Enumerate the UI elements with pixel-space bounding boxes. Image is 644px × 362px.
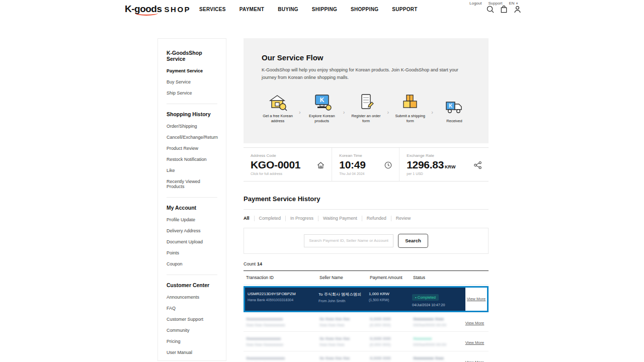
col-status: Status — [413, 275, 463, 280]
exchange-rate-sub: per 1 USD — [407, 172, 481, 175]
sidebar-item-document-upload[interactable]: Document Upload — [167, 236, 217, 247]
sidebar-item-cancel-exchange-return[interactable]: Cancell/Exchange/Return — [167, 132, 217, 143]
view-more-link[interactable]: View More — [465, 340, 485, 345]
sidebar-item-coupon[interactable]: Coupon — [167, 258, 217, 269]
sidebar-item-user-manual[interactable]: User Manual — [167, 347, 217, 358]
user-icon[interactable] — [513, 5, 522, 14]
cell-view-more: View More — [465, 288, 487, 311]
cell-amount: X,XXX XXX (X,XXX XXX) — [370, 317, 413, 327]
cell-transaction-id: Xxxxxxxxxxxxxxxxxxx Xxxx Xxxx Xxxxxxxxxx… — [246, 356, 319, 362]
view-more-link[interactable]: View More — [465, 321, 485, 325]
cell-status: Xxxxxxxxxx Xxxx XX/Xxx/XXXX XX:XX — [413, 317, 463, 327]
payment-amount-sub: (X,XXX XXX) — [370, 323, 413, 327]
sidebar-section-my-account: My Account — [167, 205, 217, 211]
sidebar-section-customer-center: Customer Center — [167, 282, 217, 288]
logo[interactable]: K-goods SHOP — [125, 4, 191, 15]
service-flow-title: Our Service Flow — [262, 53, 470, 62]
flow-step-label: Submit a shipping form — [394, 114, 426, 125]
sidebar-item-delivery-address[interactable]: Delivery Address — [167, 225, 217, 236]
table-row-highlighted[interactable]: USMR2213D9YSFOBPZM Hana Bank 40591003318… — [244, 286, 489, 312]
search-icon[interactable] — [486, 5, 495, 14]
col-transaction-id: Transaction ID — [246, 275, 319, 280]
status-badge: Xxxxxxxxxx Xxxx — [413, 356, 463, 360]
cell-seller: Xx Xxxx Xxx Xxx Xxxx Xxxx Xxxx — [319, 336, 370, 346]
nav-services[interactable]: SERVICES — [199, 7, 226, 12]
view-more-link[interactable]: View More — [465, 360, 485, 362]
tab-waiting-payment[interactable]: Waiting Payment — [318, 216, 362, 221]
search-input[interactable] — [304, 234, 393, 247]
nav-shipping[interactable]: SHIPPING — [312, 7, 337, 12]
flow-step-shipping-form: Submit a shipping form — [394, 91, 426, 125]
sidebar: K-GoodsShop Service Payment Service Buy … — [157, 38, 226, 361]
col-seller-name: Seller Name — [319, 275, 370, 280]
sidebar-item-buy-service[interactable]: Buy Service — [167, 76, 217, 87]
service-flow-panel: Our Service Flow K-GoodsShop will help y… — [244, 38, 489, 143]
order-form-icon — [350, 91, 382, 111]
main-nav: SERVICES PAYMENT BUYING SHIPPING SHOPPIN… — [199, 7, 418, 12]
cell-transaction-id: Xxxxxxxxxxxxxxxxxx Xxxx Xxxx Xxxxxxxxxxx… — [246, 317, 319, 327]
house-icon — [316, 161, 325, 169]
bank-account: Xxxx Xxxx Xxxxxxxxxxxx — [246, 323, 319, 327]
svg-text:K: K — [319, 97, 324, 104]
seller-to: To 주식회사 엠제스엠피 — [318, 292, 369, 297]
table-row[interactable]: Xxxxxxxxxxxxxxxxxx Xxxx Xxxx Xxxxxxxxxxx… — [244, 312, 489, 332]
sidebar-item-points[interactable]: Points — [167, 247, 217, 258]
search-button[interactable]: Search — [398, 234, 428, 248]
sidebar-item-community[interactable]: Community — [167, 325, 217, 336]
sidebar-item-ship-service[interactable]: Ship Service — [167, 87, 217, 99]
table-row[interactable]: Xxxxxxxxxxxxxxxxxxx Xxxx Xxxx Xxxxxxxxxx… — [244, 351, 489, 362]
sidebar-item-payment-service[interactable]: Payment Service — [167, 65, 217, 76]
address-code-sub: Click for full address — [251, 172, 325, 175]
logo-part2: SHOP — [165, 5, 191, 14]
sidebar-section-shopping-history: Shopping History — [167, 111, 217, 117]
sidebar-item-announcements[interactable]: Announcements — [167, 292, 217, 303]
flow-step-explore-products: K Explore Korean products — [306, 91, 338, 125]
address-code-card[interactable]: Address Code KGO-0001 Click for full add… — [244, 148, 332, 181]
sidebar-item-order-shipping[interactable]: Order/Shipping — [167, 121, 217, 132]
table-header: Transaction ID Seller Name Payment Amoun… — [244, 271, 489, 285]
view-more-link[interactable]: View More — [467, 297, 486, 301]
sidebar-section-service: K-GoodsShop Service — [167, 50, 217, 62]
nav-payment[interactable]: PAYMENT — [239, 7, 264, 12]
tab-refunded[interactable]: Refunded — [362, 216, 391, 221]
sidebar-item-terms-of-use[interactable]: Terms of Use — [167, 358, 217, 361]
sidebar-item-product-review[interactable]: Product Review — [167, 143, 217, 154]
flow-step-received: K Received — [438, 96, 470, 124]
flow-step-label: Received — [438, 119, 470, 124]
clock-icon — [384, 161, 392, 169]
nav-buying[interactable]: BUYING — [278, 7, 298, 12]
logo-underline — [135, 13, 158, 16]
exchange-rate-unit: KRW — [445, 164, 455, 169]
nav-support[interactable]: SUPPORT — [392, 7, 417, 12]
sidebar-item-like[interactable]: Like — [167, 165, 217, 176]
address-code-label: Address Code — [251, 153, 325, 158]
nav-shopping[interactable]: SHOPPING — [351, 7, 378, 12]
status-badge: Completed — [412, 294, 439, 301]
sidebar-item-profile-update[interactable]: Profile Update — [167, 214, 217, 225]
sidebar-item-restock-notification[interactable]: Restock Notification — [167, 154, 217, 165]
cell-transaction-id: USMR2213D9YSFOBPZM Hana Bank 40591003318… — [248, 292, 318, 307]
sidebar-item-faq[interactable]: FAQ — [167, 303, 217, 314]
logout-link[interactable]: Logout — [469, 1, 481, 6]
tab-in-progress[interactable]: In Progress — [285, 216, 318, 221]
transaction-id: Xxxxxxxxxxxxxxxxxxx — [246, 356, 319, 360]
table-row[interactable]: Xxxxxxxxxxxxxxxxx Xxxx Xxxx Xxxxxxxxxxx … — [244, 332, 489, 351]
tab-review[interactable]: Review — [391, 216, 416, 221]
flow-arrow-icon: › — [387, 109, 389, 124]
flow-step-label: Get a free Korean address — [262, 114, 294, 125]
payment-history-title: Payment Service History — [244, 195, 489, 210]
sidebar-item-customer-support[interactable]: Customer Support — [167, 314, 217, 325]
sidebar-item-recently-viewed[interactable]: Recently Viewed Products — [167, 176, 217, 192]
transaction-id: Xxxxxxxxxxxxxxxxxx — [246, 317, 319, 321]
payment-amount: 1,000 KRW — [369, 292, 412, 296]
flow-step-order-form: Register an order form — [350, 91, 382, 125]
count-value: 14 — [257, 261, 262, 266]
service-flow-description: K-GoodsShop will help you enjoy shopping… — [262, 66, 470, 82]
service-flow-steps: Get a free Korean address › K Explore Ko… — [262, 91, 470, 125]
tab-all[interactable]: All — [244, 216, 254, 221]
flow-arrow-icon: › — [299, 109, 301, 124]
shopping-bag-icon[interactable] — [500, 5, 508, 14]
sidebar-item-pricing[interactable]: Pricing — [167, 336, 217, 347]
history-tabs: All Completed In Progress Waiting Paymen… — [244, 216, 489, 221]
tab-completed[interactable]: Completed — [254, 216, 286, 221]
